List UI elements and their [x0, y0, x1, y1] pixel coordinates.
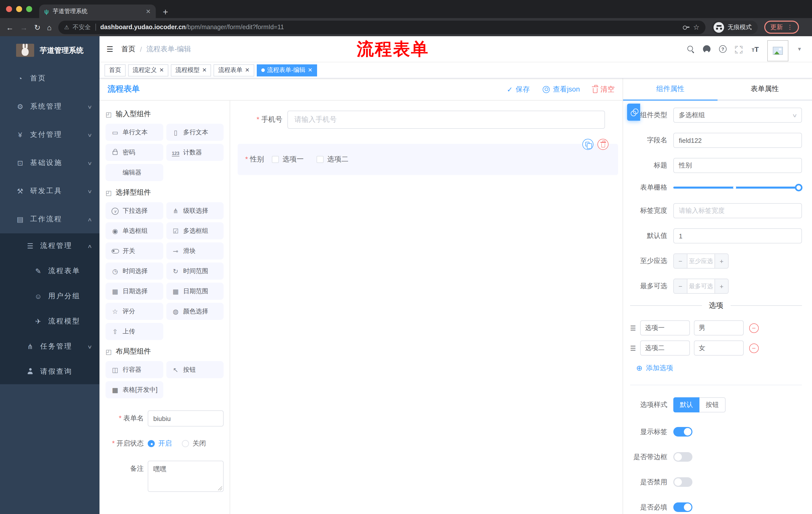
option-label-input-1[interactable]: 选项二: [640, 341, 690, 356]
default-value-input[interactable]: 1: [673, 228, 802, 243]
sidebar-item-9[interactable]: ✈ 流程模型: [0, 309, 99, 334]
canvas-phone-row[interactable]: 手机号 请输入手机号: [230, 111, 622, 129]
browser-tab[interactable]: ψ 芋道管理系统 ✕: [39, 4, 156, 18]
font-size-icon[interactable]: TT: [752, 45, 759, 53]
tag-3[interactable]: 流程表单 ✕: [214, 64, 254, 76]
field-name-input[interactable]: field122: [673, 133, 802, 148]
decrease-button[interactable]: −: [674, 279, 687, 293]
component-item-rate[interactable]: ☆ 评分: [106, 303, 163, 320]
component-item-cascade[interactable]: ⋔ 级联选择: [166, 202, 224, 219]
component-item-input[interactable]: ▭ 单行文本: [106, 124, 163, 141]
radio-on[interactable]: [148, 440, 155, 447]
tag-2[interactable]: 流程模型 ✕: [171, 64, 211, 76]
form-grid-slider[interactable]: [673, 187, 798, 189]
gender-checkbox-1[interactable]: [272, 156, 279, 163]
breadcrumb-home[interactable]: 首页: [121, 45, 136, 54]
remove-option-button[interactable]: −: [749, 343, 758, 353]
component-item-date[interactable]: ▦ 日期选择: [106, 283, 163, 300]
tab-component-props[interactable]: 组件属性: [623, 78, 718, 100]
add-option-button[interactable]: ⊕ 添加选项: [636, 363, 802, 373]
component-item-editor[interactable]: 编辑器: [106, 164, 163, 181]
label-width-input[interactable]: 请输入标签宽度: [673, 203, 802, 218]
remark-textarea[interactable]: 嘿嘿: [148, 461, 224, 492]
toggle-switch-3[interactable]: [673, 503, 692, 512]
view-json-button[interactable]: 查看json: [543, 85, 580, 94]
component-item-checkbox[interactable]: ☑ 多选框组: [166, 222, 224, 239]
tag-1[interactable]: 流程定义 ✕: [128, 64, 168, 76]
radio-off[interactable]: [182, 440, 189, 447]
sidebar-item-5[interactable]: ▤ 工作流程 ∧: [0, 205, 99, 233]
avatar[interactable]: [767, 40, 788, 61]
bookmark-star-icon[interactable]: ☆: [693, 23, 699, 31]
sidebar-item-3[interactable]: ⊡ 基础设施 ∨: [0, 149, 99, 177]
toggle-switch-2[interactable]: [673, 477, 692, 487]
new-tab-button[interactable]: +: [163, 7, 168, 17]
copy-component-button[interactable]: [582, 139, 593, 150]
sidebar-item-4[interactable]: ⚒ 研发工具 ∨: [0, 177, 99, 205]
sidebar-item-11[interactable]: 请假查询: [0, 359, 99, 384]
component-item-lock[interactable]: 密码: [106, 144, 163, 161]
sidebar-item-1[interactable]: ⚙ 系统管理 ∨: [0, 92, 99, 121]
sidebar-item-2[interactable]: ¥ 支付管理 ∨: [0, 121, 99, 149]
component-item-timerange[interactable]: ↻ 时间范围: [166, 263, 224, 280]
forward-icon[interactable]: →: [20, 23, 28, 31]
drag-handle-icon[interactable]: ☰: [630, 324, 636, 332]
tag-close-icon[interactable]: ✕: [308, 67, 312, 74]
component-item-table[interactable]: ▦ 表格[开发中]: [106, 381, 163, 398]
style-button-button[interactable]: 按钮: [699, 397, 726, 412]
component-item-select[interactable]: ∨ 下拉选择: [106, 202, 163, 219]
slider-handle[interactable]: [795, 184, 803, 191]
component-item-upload[interactable]: ⇧ 上传: [106, 323, 163, 340]
sidebar-item-6[interactable]: ☰ 流程管理 ∧: [0, 233, 99, 259]
help-icon[interactable]: ?: [719, 45, 727, 53]
collapse-sidebar-icon[interactable]: ☰: [107, 45, 113, 54]
status-off-label[interactable]: 关闭: [193, 439, 206, 448]
browser-menu-dots-icon[interactable]: ⋮: [787, 24, 793, 31]
gender-option-2-label[interactable]: 选项二: [327, 155, 348, 164]
component-item-button[interactable]: ↖ 按钮: [166, 361, 224, 378]
minimize-window-button[interactable]: [16, 6, 22, 12]
form-name-input[interactable]: biubiu: [148, 410, 224, 427]
sidebar-item-10[interactable]: ⋔ 任务管理 ∨: [0, 334, 99, 359]
phone-input[interactable]: 请输入手机号: [287, 111, 605, 129]
tag-close-icon[interactable]: ✕: [202, 67, 206, 74]
min-select-input[interactable]: 至少应选: [687, 254, 715, 268]
style-default-button[interactable]: 默认: [673, 397, 699, 412]
toggle-switch-1[interactable]: [673, 452, 692, 462]
max-select-input[interactable]: 最多可选: [687, 279, 715, 293]
sidebar-logo[interactable]: 芋道管理系统: [0, 36, 99, 64]
component-item-time[interactable]: ◷ 时间选择: [106, 263, 163, 280]
tag-close-icon[interactable]: ✕: [159, 67, 164, 74]
component-item-counter[interactable]: 123 计数器: [166, 144, 224, 161]
close-window-button[interactable]: [6, 6, 12, 12]
sidebar-item-8[interactable]: ☺ 用户分组: [0, 283, 99, 309]
component-item-switch[interactable]: 开关: [106, 242, 163, 260]
clear-button[interactable]: 清空: [593, 85, 614, 94]
component-item-radio[interactable]: ◉ 单选框组: [106, 222, 163, 239]
update-browser-button[interactable]: 更新 ⋮: [764, 21, 799, 34]
selected-component-block[interactable]: 性别 选项一 选项二: [238, 144, 618, 175]
back-icon[interactable]: ←: [6, 23, 13, 31]
fullscreen-icon[interactable]: ◸◹◺◿: [735, 45, 743, 53]
decrease-button[interactable]: −: [674, 254, 687, 268]
option-label-input-0[interactable]: 选项一: [640, 320, 690, 335]
drag-handle-icon[interactable]: ☰: [630, 344, 636, 352]
sidebar-item-0[interactable]: ◔ 首页: [0, 64, 99, 92]
reload-icon[interactable]: ↻: [34, 23, 40, 31]
component-item-slider[interactable]: ⊸ 滑块: [166, 242, 224, 260]
tag-0[interactable]: 首页: [105, 64, 126, 76]
tag-4[interactable]: 流程表单-编辑 ✕: [257, 64, 317, 76]
tab-form-props[interactable]: 表单属性: [718, 78, 812, 100]
sidebar-item-7[interactable]: ✎ 流程表单: [0, 259, 99, 283]
increase-button[interactable]: +: [715, 254, 728, 268]
component-type-select[interactable]: 多选框组∨: [673, 108, 802, 123]
component-item-color[interactable]: ◍ 颜色选择: [166, 303, 224, 320]
title-input[interactable]: 性别: [673, 158, 802, 173]
option-value-input-0[interactable]: 男: [694, 320, 744, 335]
home-icon[interactable]: ⌂: [47, 23, 52, 31]
maximize-window-button[interactable]: [26, 6, 32, 12]
status-on-label[interactable]: 开启: [158, 439, 172, 448]
gender-option-1-label[interactable]: 选项一: [283, 155, 304, 164]
user-menu-caret-icon[interactable]: ▼: [797, 46, 802, 52]
component-item-row[interactable]: ◫ 行容器: [106, 361, 163, 378]
